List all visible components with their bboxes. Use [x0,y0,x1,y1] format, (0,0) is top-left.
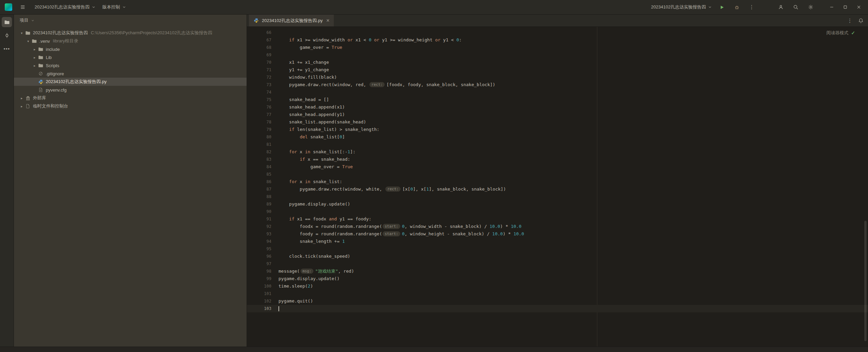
code-line[interactable]: 103 [247,305,868,312]
line-number: 87 [247,185,278,193]
code-line[interactable]: 68 game_over = True [247,44,868,51]
code-line[interactable]: 90 [247,208,868,215]
more-tool-windows-button[interactable]: ••• [2,43,12,54]
line-number: 95 [247,245,278,253]
editor-body[interactable]: 阅读器模式 ✓ 6667 if x1 >= window_width or x1… [247,27,868,347]
project-tree: ▾20234102孔志达实验报告四C:\Users\25356\PycharmP… [14,26,247,110]
tree-item[interactable]: ▾.venvlibrary根目录 [14,37,247,45]
code-line[interactable]: 70 x1 += x1_change [247,59,868,66]
line-number: 84 [247,163,278,171]
code-line[interactable]: 77 snake_head.append(y1) [247,111,868,118]
project-selector-label: 20234102孔志达实验报告四 [35,4,90,10]
code-line[interactable]: 86 for x in snake_list: [247,178,868,185]
code-line[interactable]: 95 [247,245,868,253]
tree-item[interactable]: ▸临时文件和控制台 [14,102,247,110]
settings-button[interactable] [804,2,817,12]
code-line[interactable]: 73 pygame.draw.rect(window, red, rect:[f… [247,81,868,89]
code-line[interactable]: 74 [247,89,868,96]
tree-item[interactable]: .gitignore [14,70,247,78]
vcs-widget[interactable]: 版本控制 [101,2,128,12]
code-line[interactable]: 91 if x1 == foodx and y1 == foody: [247,215,868,223]
code-line[interactable]: 98message(msg:"游戏结束", red) [247,268,868,275]
run-configuration-selector[interactable]: 20234102孔志达实验报告四 [650,2,713,12]
close-tab-icon[interactable]: ✕ [325,18,330,23]
code-line[interactable]: 75 snake_head = [] [247,96,868,103]
code-line[interactable]: 71 y1 += y1_change [247,66,868,74]
tree-item[interactable]: 20234102孔志达实验报告四.py [14,78,247,86]
code-line[interactable]: 84 game_over = True [247,163,868,171]
code-line[interactable]: 83 if x == snake_head: [247,156,868,163]
line-number: 78 [247,118,278,126]
code-line[interactable]: 94 snake_length += 1 [247,238,868,245]
tree-item[interactable]: ▾20234102孔志达实验报告四C:\Users\25356\PycharmP… [14,29,247,37]
project-panel-header[interactable]: 项目 [14,15,247,26]
close-window-button[interactable] [853,2,865,12]
code-line[interactable]: 92 foodx = round(random.randrange(start:… [247,223,868,230]
code-line[interactable]: 76 snake_head.append(x1) [247,103,868,111]
code-line[interactable]: 82 for x in snake_list[:-1]: [247,148,868,156]
tree-item[interactable]: ▸include [14,45,247,53]
code-line[interactable]: 100time.sleep(2) [247,282,868,290]
code-line[interactable]: 102pygame.quit() [247,297,868,305]
run-more-options-button[interactable]: ⋮ [745,2,758,12]
code-line[interactable]: 80 del snake_list[0] [247,133,868,141]
chevron-down-icon[interactable]: ▾ [25,39,31,43]
line-number: 74 [247,89,278,96]
tree-item[interactable]: ▸Scripts [14,61,247,70]
code-line[interactable]: 99pygame.display.update() [247,275,868,282]
tree-item-label: Scripts [44,63,59,68]
code-text: snake_head = [] [278,96,329,103]
tree-item[interactable]: pyvenv.cfg [14,86,247,94]
code-line[interactable]: 89 pygame.display.update() [247,200,868,208]
code-text: if x1 >= window_width or x1 < 0 or y1 >=… [278,36,462,44]
profile-button[interactable] [774,2,787,12]
notifications-button[interactable] [858,18,864,23]
line-number: 93 [247,230,278,238]
code-line[interactable]: 79 if len(snake_list) > snake_length: [247,126,868,133]
commit-tool-window-button[interactable] [2,30,12,40]
chevron-right-icon[interactable]: ▸ [19,104,25,108]
code-line[interactable]: 96 clock.tick(snake_speed) [247,253,868,260]
run-button[interactable] [715,2,728,12]
code-line[interactable]: 81 [247,141,868,148]
code-line[interactable]: 87 pygame.draw.rect(window, white, rect:… [247,185,868,193]
code-line[interactable]: 69 [247,51,868,59]
tree-item[interactable]: ▸Lib [14,53,247,61]
code-line[interactable]: 66 [247,29,868,36]
code-line[interactable]: 97 [247,260,868,268]
chevron-right-icon[interactable]: ▸ [32,64,38,67]
line-number: 100 [247,282,278,290]
project-tool-window-button[interactable] [2,17,12,27]
code-line[interactable]: 72 window.fill(black) [247,74,868,81]
search-everywhere-button[interactable] [789,2,802,12]
line-number: 79 [247,126,278,133]
code-line[interactable]: 88 [247,193,868,200]
project-selector[interactable]: 20234102孔志达实验报告四 [33,2,97,12]
code-lines[interactable]: 6667 if x1 >= window_width or x1 < 0 or … [247,27,868,312]
chevron-right-icon[interactable]: ▸ [32,56,38,59]
tab-options-button[interactable]: ⋮ [847,18,852,24]
main-menu-button[interactable] [16,2,29,12]
chevron-right-icon[interactable]: ▸ [19,96,25,100]
code-line[interactable]: 101 [247,290,868,297]
editor-tab[interactable]: 20234102孔志达实验报告四.py ✕ [249,15,334,26]
code-text: game_over = True [278,163,353,171]
line-number: 92 [247,223,278,230]
code-line[interactable]: 85 [247,171,868,178]
chevron-right-icon[interactable]: ▸ [32,47,38,51]
tree-item[interactable]: ▸外部库 [14,94,247,102]
search-icon [793,4,798,10]
editor-scrollbar-thumb[interactable] [864,221,867,341]
line-number: 97 [247,260,278,268]
minimize-button[interactable] [826,2,837,12]
maximize-button[interactable] [840,2,851,12]
folder-icon [31,38,37,44]
chevron-down-icon[interactable]: ▾ [19,31,25,35]
line-number: 70 [247,59,278,66]
parameter-hint: start: [383,224,400,229]
code-line[interactable]: 78 snake_list.append(snake_head) [247,118,868,126]
code-line[interactable]: 67 if x1 >= window_width or x1 < 0 or y1… [247,36,868,44]
code-line[interactable]: 93 foody = round(random.randrange(start:… [247,230,868,238]
debug-button[interactable] [730,2,743,12]
tree-item-label: 20234102孔志达实验报告四 [31,30,88,36]
